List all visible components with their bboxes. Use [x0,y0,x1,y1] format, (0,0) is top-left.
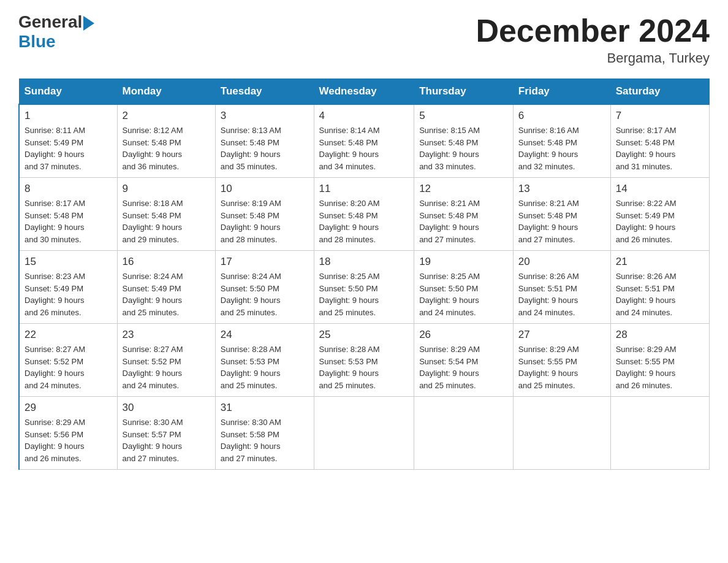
calendar-cell: 14Sunrise: 8:22 AMSunset: 5:49 PMDayligh… [610,178,709,251]
day-number: 27 [518,329,605,341]
header-monday: Monday [117,79,215,105]
calendar-cell: 27Sunrise: 8:29 AMSunset: 5:55 PMDayligh… [513,324,610,397]
calendar-cell: 29Sunrise: 8:29 AMSunset: 5:56 PMDayligh… [19,397,117,470]
day-info: Sunrise: 8:12 AMSunset: 5:48 PMDaylight:… [123,124,210,172]
day-number: 31 [221,402,309,414]
calendar-cell: 11Sunrise: 8:20 AMSunset: 5:48 PMDayligh… [314,178,414,251]
header-thursday: Thursday [414,79,514,105]
day-number: 17 [221,256,309,268]
header-friday: Friday [513,79,610,105]
day-info: Sunrise: 8:23 AMSunset: 5:49 PMDaylight:… [25,270,112,318]
calendar-cell [513,397,610,470]
day-number: 22 [25,329,112,341]
day-info: Sunrise: 8:26 AMSunset: 5:51 PMDaylight:… [518,270,605,318]
calendar-cell: 15Sunrise: 8:23 AMSunset: 5:49 PMDayligh… [19,251,117,324]
header-wednesday: Wednesday [314,79,414,105]
day-info: Sunrise: 8:19 AMSunset: 5:48 PMDaylight:… [221,197,309,245]
day-number: 21 [616,256,704,268]
day-number: 13 [518,183,605,195]
day-number: 5 [419,110,508,122]
calendar-cell: 1Sunrise: 8:11 AMSunset: 5:49 PMDaylight… [19,104,117,178]
day-number: 12 [419,183,508,195]
calendar-cell: 3Sunrise: 8:13 AMSunset: 5:48 PMDaylight… [215,104,314,178]
day-number: 4 [319,110,409,122]
day-info: Sunrise: 8:27 AMSunset: 5:52 PMDaylight:… [25,343,112,391]
day-number: 18 [319,256,409,268]
day-number: 11 [319,183,409,195]
day-info: Sunrise: 8:28 AMSunset: 5:53 PMDaylight:… [221,343,309,391]
day-info: Sunrise: 8:28 AMSunset: 5:53 PMDaylight:… [319,343,409,391]
day-number: 19 [419,256,508,268]
day-number: 29 [25,402,112,414]
day-info: Sunrise: 8:18 AMSunset: 5:48 PMDaylight:… [123,197,210,245]
day-number: 24 [221,329,309,341]
day-info: Sunrise: 8:26 AMSunset: 5:51 PMDaylight:… [616,270,704,318]
calendar-cell: 19Sunrise: 8:25 AMSunset: 5:50 PMDayligh… [414,251,514,324]
location-text: Bergama, Turkey [476,50,710,66]
day-number: 23 [123,329,210,341]
day-number: 6 [518,110,605,122]
calendar-cell: 30Sunrise: 8:30 AMSunset: 5:57 PMDayligh… [117,397,215,470]
calendar-week-row: 15Sunrise: 8:23 AMSunset: 5:49 PMDayligh… [19,251,710,324]
day-info: Sunrise: 8:24 AMSunset: 5:49 PMDaylight:… [123,270,210,318]
calendar-cell: 7Sunrise: 8:17 AMSunset: 5:48 PMDaylight… [610,104,709,178]
day-number: 20 [518,256,605,268]
calendar-week-row: 1Sunrise: 8:11 AMSunset: 5:49 PMDaylight… [19,104,710,178]
calendar-cell [314,397,414,470]
day-info: Sunrise: 8:14 AMSunset: 5:48 PMDaylight:… [319,124,409,172]
day-info: Sunrise: 8:29 AMSunset: 5:56 PMDaylight:… [25,416,112,464]
calendar-cell: 18Sunrise: 8:25 AMSunset: 5:50 PMDayligh… [314,251,414,324]
day-info: Sunrise: 8:29 AMSunset: 5:55 PMDaylight:… [518,343,605,391]
day-number: 7 [616,110,704,122]
calendar-cell [414,397,514,470]
logo: General Blue [18,12,96,52]
day-info: Sunrise: 8:21 AMSunset: 5:48 PMDaylight:… [518,197,605,245]
day-info: Sunrise: 8:16 AMSunset: 5:48 PMDaylight:… [518,124,605,172]
calendar-cell: 12Sunrise: 8:21 AMSunset: 5:48 PMDayligh… [414,178,514,251]
calendar-cell: 24Sunrise: 8:28 AMSunset: 5:53 PMDayligh… [215,324,314,397]
day-number: 16 [123,256,210,268]
month-title: December 2024 [476,12,710,49]
day-info: Sunrise: 8:30 AMSunset: 5:57 PMDaylight:… [123,416,210,464]
day-info: Sunrise: 8:17 AMSunset: 5:48 PMDaylight:… [25,197,112,245]
day-number: 15 [25,256,112,268]
day-number: 28 [616,329,704,341]
day-info: Sunrise: 8:29 AMSunset: 5:54 PMDaylight:… [419,343,508,391]
day-number: 26 [419,329,508,341]
day-info: Sunrise: 8:13 AMSunset: 5:48 PMDaylight:… [221,124,309,172]
calendar-cell: 17Sunrise: 8:24 AMSunset: 5:50 PMDayligh… [215,251,314,324]
calendar-cell: 23Sunrise: 8:27 AMSunset: 5:52 PMDayligh… [117,324,215,397]
calendar-cell: 25Sunrise: 8:28 AMSunset: 5:53 PMDayligh… [314,324,414,397]
calendar-cell: 6Sunrise: 8:16 AMSunset: 5:48 PMDaylight… [513,104,610,178]
day-number: 25 [319,329,409,341]
page-header: General Blue December 2024 Bergama, Turk… [18,12,710,66]
day-number: 10 [221,183,309,195]
calendar-cell: 4Sunrise: 8:14 AMSunset: 5:48 PMDaylight… [314,104,414,178]
calendar-cell: 13Sunrise: 8:21 AMSunset: 5:48 PMDayligh… [513,178,610,251]
header-tuesday: Tuesday [215,79,314,105]
header-saturday: Saturday [610,79,709,105]
day-info: Sunrise: 8:22 AMSunset: 5:49 PMDaylight:… [616,197,704,245]
day-info: Sunrise: 8:11 AMSunset: 5:49 PMDaylight:… [25,124,112,172]
calendar-cell: 28Sunrise: 8:29 AMSunset: 5:55 PMDayligh… [610,324,709,397]
calendar-cell: 31Sunrise: 8:30 AMSunset: 5:58 PMDayligh… [215,397,314,470]
calendar-week-row: 29Sunrise: 8:29 AMSunset: 5:56 PMDayligh… [19,397,710,470]
calendar-week-row: 22Sunrise: 8:27 AMSunset: 5:52 PMDayligh… [19,324,710,397]
calendar-cell: 2Sunrise: 8:12 AMSunset: 5:48 PMDaylight… [117,104,215,178]
calendar-cell: 26Sunrise: 8:29 AMSunset: 5:54 PMDayligh… [414,324,514,397]
day-number: 8 [25,183,112,195]
calendar-table: SundayMondayTuesdayWednesdayThursdayFrid… [18,79,710,470]
calendar-cell: 9Sunrise: 8:18 AMSunset: 5:48 PMDaylight… [117,178,215,251]
title-area: December 2024 Bergama, Turkey [476,12,710,66]
day-info: Sunrise: 8:29 AMSunset: 5:55 PMDaylight:… [616,343,704,391]
day-info: Sunrise: 8:17 AMSunset: 5:48 PMDaylight:… [616,124,704,172]
calendar-cell: 21Sunrise: 8:26 AMSunset: 5:51 PMDayligh… [610,251,709,324]
calendar-week-row: 8Sunrise: 8:17 AMSunset: 5:48 PMDaylight… [19,178,710,251]
calendar-cell: 16Sunrise: 8:24 AMSunset: 5:49 PMDayligh… [117,251,215,324]
logo-general-text: General [18,12,82,32]
day-info: Sunrise: 8:25 AMSunset: 5:50 PMDaylight:… [319,270,409,318]
day-info: Sunrise: 8:24 AMSunset: 5:50 PMDaylight:… [221,270,309,318]
calendar-cell: 10Sunrise: 8:19 AMSunset: 5:48 PMDayligh… [215,178,314,251]
calendar-cell: 22Sunrise: 8:27 AMSunset: 5:52 PMDayligh… [19,324,117,397]
day-info: Sunrise: 8:25 AMSunset: 5:50 PMDaylight:… [419,270,508,318]
